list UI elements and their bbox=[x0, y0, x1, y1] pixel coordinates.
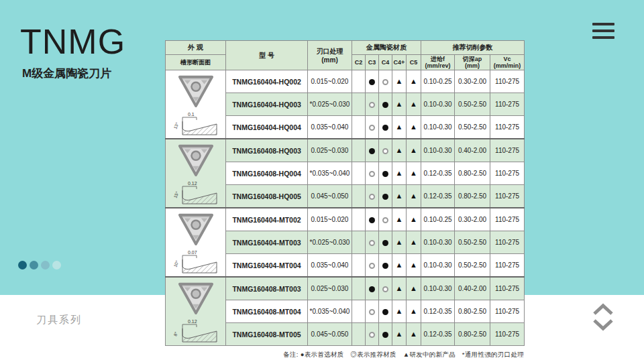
vc-cell: 110-275 bbox=[490, 300, 525, 323]
grade-cell: ▲ bbox=[407, 300, 421, 323]
new-product-icon: ▲ bbox=[410, 284, 417, 292]
col-feed: 进给f (mm/rev) bbox=[421, 55, 455, 70]
grade-cell bbox=[366, 300, 379, 323]
new-product-icon: ▲ bbox=[410, 169, 417, 177]
grade-cell bbox=[379, 300, 392, 323]
model-cell: TNMG160408-MT004 bbox=[226, 300, 308, 323]
grade-cell: ▲ bbox=[392, 277, 407, 300]
col-grade-c2: C2 bbox=[352, 55, 366, 70]
new-product-icon: ▲ bbox=[396, 77, 403, 85]
recommended-material-icon bbox=[382, 79, 388, 85]
grade-cell: ▲ bbox=[392, 162, 407, 185]
menu-button[interactable] bbox=[592, 23, 614, 43]
edge-treatment-cell: 0.045~0.050 bbox=[308, 185, 352, 208]
table-row: 0.0710°TNMG160404-MT0020.015~0.020▲▲0.10… bbox=[166, 208, 525, 231]
grade-cell: ▲ bbox=[392, 70, 407, 93]
grade-cell bbox=[352, 323, 366, 346]
feed-cell: 0.10-0.30 bbox=[421, 116, 455, 139]
pager bbox=[592, 302, 614, 334]
diagram-angle-label: 8° bbox=[172, 330, 178, 337]
edge-treatment-cell: 0.015~0.020 bbox=[308, 208, 352, 231]
hamburger-icon bbox=[592, 23, 614, 25]
depth-cell: 0.30-2.00 bbox=[455, 208, 490, 231]
new-product-icon: ▲ bbox=[396, 169, 403, 177]
groove-profile-diagram: 0.113° bbox=[172, 111, 219, 136]
grade-cell bbox=[379, 116, 392, 139]
feed-cell: 0.10-0.30 bbox=[421, 231, 455, 254]
table-row: 0.1215°TNMG160408-HQ0030.025~0.030▲▲0.10… bbox=[166, 139, 525, 162]
grade-cell bbox=[366, 70, 379, 93]
model-cell: TNMG160404-MT002 bbox=[226, 208, 308, 231]
preferred-material-icon bbox=[382, 102, 388, 108]
diagram-dim-label: 0.12 bbox=[188, 181, 197, 186]
pagination-dot-1[interactable] bbox=[18, 261, 27, 269]
depth-cell: 0.80-2.50 bbox=[455, 323, 490, 346]
insert-photo bbox=[175, 211, 217, 247]
appearance-cell: 0.1215° bbox=[166, 139, 226, 208]
feed-cell: 0.12-0.35 bbox=[421, 185, 455, 208]
grade-cell bbox=[379, 162, 392, 185]
vc-cell: 110-275 bbox=[490, 254, 525, 278]
edge-treatment-cell: 0.015~0.020 bbox=[308, 70, 352, 93]
pagination-dot-2[interactable] bbox=[30, 261, 38, 269]
new-product-icon: ▲ bbox=[396, 261, 403, 269]
depth-cell: 0.80-2.50 bbox=[455, 300, 490, 323]
grade-cell bbox=[366, 323, 379, 346]
table-row: 0.113°TNMG160404-HQ0020.015~0.020▲▲0.10-… bbox=[166, 70, 525, 93]
groove-profile-diagram: 0.128° bbox=[172, 318, 219, 343]
grade-cell: ▲ bbox=[407, 231, 421, 254]
preferred-material-icon bbox=[369, 148, 375, 154]
grade-cell: ▲ bbox=[392, 231, 407, 254]
recommended-material-icon bbox=[369, 263, 375, 269]
scroll-down-button[interactable] bbox=[592, 318, 614, 334]
grade-cell bbox=[352, 70, 366, 93]
grade-cell: ▲ bbox=[407, 70, 421, 93]
grade-cell bbox=[352, 93, 366, 116]
grade-cell bbox=[352, 185, 366, 208]
grade-cell bbox=[379, 277, 392, 300]
grade-cell: ▲ bbox=[392, 208, 407, 231]
col-depth: 切深ap (mm) bbox=[455, 55, 490, 70]
feed-cell: 0.10-0.30 bbox=[421, 277, 455, 300]
grade-cell: ▲ bbox=[392, 116, 407, 139]
model-cell: TNMG160408-HQ005 bbox=[226, 185, 308, 208]
pagination-dot-4[interactable] bbox=[52, 261, 61, 269]
grade-cell bbox=[352, 162, 366, 185]
col-appearance: 外 观 bbox=[166, 41, 226, 55]
grade-cell: ▲ bbox=[407, 93, 421, 116]
insert-photo bbox=[175, 73, 217, 109]
vc-cell: 110-275 bbox=[490, 70, 525, 93]
grade-cell bbox=[366, 208, 379, 231]
product-table: 外 观 型 号 刃口处理 (mm) 金属陶瓷材质 推荐切削参数 槽形断面图 C2… bbox=[165, 40, 525, 346]
diagram-angle-label: 10° bbox=[172, 259, 179, 267]
scroll-up-button[interactable] bbox=[592, 302, 614, 318]
depth-cell: 0.50-2.50 bbox=[455, 254, 490, 278]
grade-cell bbox=[379, 254, 392, 278]
preferred-material-icon bbox=[369, 79, 375, 85]
new-product-icon: ▲ bbox=[410, 100, 417, 108]
grade-cell bbox=[366, 93, 379, 116]
feed-cell: 0.10-0.30 bbox=[421, 139, 455, 162]
diagram-angle-label: 15° bbox=[172, 190, 179, 198]
grade-cell: ▲ bbox=[392, 323, 407, 346]
preferred-material-icon bbox=[382, 240, 388, 246]
grade-cell bbox=[379, 208, 392, 231]
grade-cell: ▲ bbox=[392, 93, 407, 116]
depth-cell: 0.40-2.00 bbox=[455, 277, 490, 300]
grade-cell: ▲ bbox=[392, 185, 407, 208]
edge-treatment-cell: 0.045~0.050 bbox=[308, 323, 352, 346]
new-product-icon: ▲ bbox=[396, 146, 403, 154]
pagination-dot-3[interactable] bbox=[41, 261, 50, 269]
new-product-icon: ▲ bbox=[410, 307, 417, 315]
feed-cell: 0.12-0.35 bbox=[421, 323, 455, 346]
vc-cell: 110-275 bbox=[490, 323, 525, 346]
diagram-dim-label: 0.07 bbox=[188, 250, 197, 255]
recommended-material-icon bbox=[369, 125, 375, 131]
recommended-material-icon bbox=[382, 148, 388, 154]
recommended-material-icon bbox=[369, 171, 375, 177]
new-product-icon: ▲ bbox=[410, 330, 417, 338]
groove-profile-diagram: 0.1215° bbox=[172, 180, 219, 205]
vc-cell: 110-275 bbox=[490, 116, 525, 139]
grade-cell bbox=[366, 162, 379, 185]
product-table-card: 外 观 型 号 刃口处理 (mm) 金属陶瓷材质 推荐切削参数 槽形断面图 C2… bbox=[165, 40, 524, 359]
